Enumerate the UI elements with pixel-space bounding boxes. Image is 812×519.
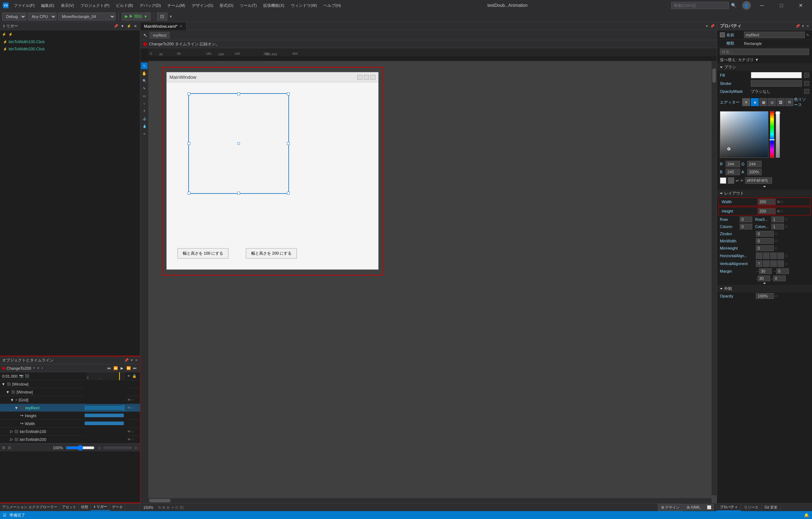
trigger-item-1[interactable]: ⚡ btnToWidth100.Click <box>0 38 140 45</box>
brush-solid-btn[interactable]: ■ <box>751 98 759 106</box>
margin-bottom-input[interactable] <box>773 276 786 281</box>
a-input[interactable] <box>747 169 762 175</box>
bottom-tool-5[interactable]: ⊡ <box>175 506 178 509</box>
bottom-tool-3[interactable]: ⊟ <box>167 506 170 509</box>
myrect-element[interactable] <box>188 93 289 194</box>
search-icon[interactable]: 🔍 <box>731 3 736 8</box>
config-selector[interactable]: Debug <box>2 13 26 21</box>
user-avatar[interactable]: 👤 <box>742 1 751 10</box>
row-input[interactable] <box>740 217 752 222</box>
add-trigger2-icon[interactable]: ⚡ <box>8 32 13 37</box>
pin-timeline-icon[interactable]: 📌 <box>124 358 128 362</box>
secondary-color-swatch[interactable] <box>728 177 734 184</box>
track-label-btn200[interactable]: ▷ ⬛ btnToWidth200 <box>0 437 85 442</box>
tool-select[interactable]: ↖ <box>141 63 148 69</box>
tool-pen[interactable]: ✎ <box>141 85 148 92</box>
width-input[interactable] <box>758 199 776 205</box>
search-input[interactable] <box>671 2 729 9</box>
tab-animation-explorer[interactable]: アニメーション エクスプローラー <box>0 504 60 510</box>
halign-right[interactable]: ⬛ <box>770 252 777 259</box>
close-timeline-icon[interactable]: ✕ <box>135 358 138 362</box>
menu-file[interactable]: ファイル(F) <box>11 1 37 10</box>
brush-none-btn[interactable]: ✕ <box>742 98 750 106</box>
hue-strip[interactable] <box>770 111 774 158</box>
tab-resources[interactable]: リソース <box>741 504 762 511</box>
object-name-tag[interactable]: myRect <box>150 32 170 38</box>
start-dropdown-icon[interactable]: ▼ <box>144 14 148 19</box>
minwidth-pin[interactable]: □ <box>775 239 777 243</box>
bottom-tool-6[interactable]: ⬛ <box>180 506 184 509</box>
zindex-input[interactable] <box>756 231 774 237</box>
valign-pin[interactable]: □ <box>785 262 787 265</box>
tl-bottom-icon1[interactable]: ⊞ <box>2 446 5 450</box>
alpha-strip[interactable] <box>776 111 780 158</box>
start-button[interactable]: ▶ ▶ 開始 ▼ <box>122 13 151 21</box>
menu-format[interactable]: 形式(O) <box>217 1 236 10</box>
platform-selector[interactable]: Any CPU <box>28 13 57 21</box>
height-responsive-icon[interactable]: ⊞ <box>777 209 780 213</box>
bottom-tool-2[interactable]: ⊞ <box>162 506 165 509</box>
anim-name-dropdown[interactable]: ▼ <box>33 367 36 370</box>
expand-color-icon[interactable] <box>763 186 766 187</box>
tl-scrollbar[interactable] <box>103 446 132 449</box>
rowspan-input[interactable] <box>771 217 784 222</box>
tool-zoom[interactable]: 🔍 <box>141 78 148 84</box>
tab-pin-icon[interactable]: 📌 <box>710 24 714 28</box>
tl-bottom-icon2[interactable]: ⊟ <box>8 446 11 450</box>
bottom-tool-4[interactable]: ⇥ <box>171 506 174 509</box>
opacity-null-box[interactable] <box>804 89 809 94</box>
props-pin-icon[interactable]: 📌 <box>795 24 800 28</box>
minheight-pin[interactable]: □ <box>775 246 777 250</box>
main-tab-close[interactable]: ✕ <box>180 24 182 28</box>
b-input[interactable] <box>726 169 740 175</box>
maximize-button[interactable]: □ <box>773 0 790 11</box>
tool-ellipse[interactable]: ○ <box>141 100 148 107</box>
mainwindow-frame[interactable]: MainWindow <box>166 72 379 270</box>
valign-center[interactable]: ⬛ <box>763 260 770 267</box>
r-input[interactable] <box>726 161 740 167</box>
eye-color-icon[interactable]: 👁 <box>740 179 744 183</box>
stroke-color-swatch[interactable] <box>751 80 802 87</box>
handle-ml[interactable] <box>188 142 190 145</box>
expand-icon-myrect[interactable]: ▼ <box>14 406 18 410</box>
handle-bl[interactable] <box>188 192 190 195</box>
tab-git[interactable]: Git 変更 <box>762 504 781 511</box>
tab-triggers[interactable]: トリガー <box>91 504 110 511</box>
name-edit-icon[interactable]: ✎ <box>806 33 809 37</box>
brush-radial-btn[interactable]: ◎ <box>768 98 776 106</box>
margin-right-input[interactable] <box>759 268 772 274</box>
halign-stretch[interactable]: ⬛ <box>777 252 784 259</box>
opacity-pin[interactable]: □ <box>775 294 777 298</box>
timeline-playhead[interactable] <box>119 372 120 380</box>
color-gradient[interactable] <box>720 111 768 158</box>
tool-rect-draw[interactable]: ▭ <box>141 93 148 99</box>
minwidth-input[interactable] <box>756 238 774 244</box>
tab-assets[interactable]: アセット <box>60 504 79 510</box>
height-input[interactable] <box>758 208 776 214</box>
tool-more[interactable]: » <box>141 131 148 137</box>
tool-text[interactable]: T <box>141 108 148 114</box>
width-responsive-icon[interactable]: ⊞ <box>777 200 780 204</box>
menu-extensions[interactable]: 拡張機能(X) <box>260 1 287 10</box>
col-input[interactable] <box>740 224 752 229</box>
appearance-section-header[interactable]: 外観 <box>717 285 812 292</box>
scroll-horizontal[interactable] <box>148 498 712 503</box>
tool-eyedrop[interactable]: 💧 <box>141 123 148 129</box>
track-label-height[interactable]: ↪ Height <box>0 413 85 418</box>
btn-100[interactable]: 幅と高さを 100 にする <box>177 248 229 259</box>
handle-tm[interactable] <box>237 92 240 95</box>
target-selector[interactable]: MoveRectangle_04 <box>58 13 116 21</box>
current-color-swatch[interactable] <box>720 177 726 184</box>
tool-pan[interactable]: ✋ <box>141 70 148 77</box>
handle-tl[interactable] <box>188 92 190 95</box>
dropdown-timeline-icon[interactable]: ▼ <box>130 358 134 362</box>
menu-tools[interactable]: ツール(T) <box>237 1 260 10</box>
fill-null-box[interactable] <box>804 73 809 78</box>
eye-icon[interactable]: 👁 <box>127 374 131 378</box>
tab-dropdown-icon[interactable]: ▼ <box>705 24 709 28</box>
track-label-width[interactable]: ↪ Width <box>0 421 85 426</box>
valign-top[interactable]: T <box>756 260 762 267</box>
tl-play-btn[interactable]: ▶ <box>119 365 125 371</box>
handle-bm[interactable] <box>237 192 240 195</box>
menu-bar[interactable]: ファイル(F) 編集(E) 表示(V) プロジェクト(P) ビルド(B) デバッ… <box>11 1 344 10</box>
